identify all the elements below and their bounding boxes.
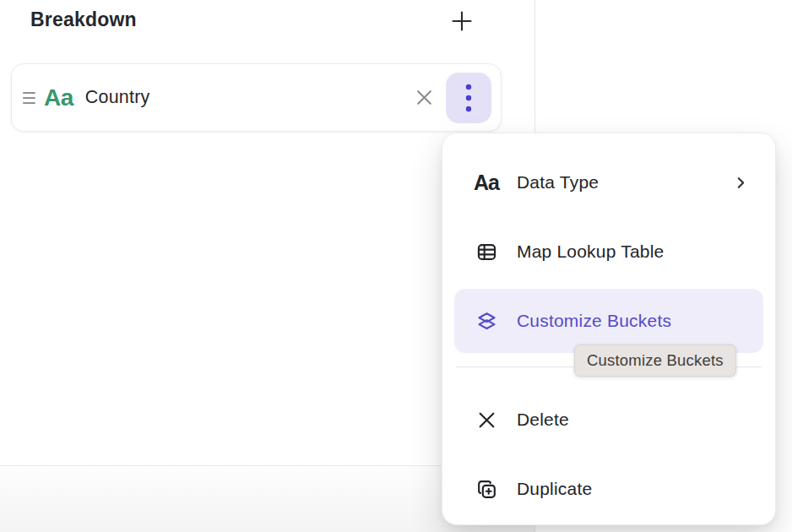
menu-item-customize-buckets[interactable]: Customize Buckets bbox=[454, 289, 763, 353]
menu-item-label: Customize Buckets bbox=[517, 311, 671, 331]
menu-item-delete[interactable]: Delete bbox=[454, 388, 763, 452]
field-options-button[interactable] bbox=[446, 73, 491, 123]
breakdown-field-card[interactable]: Aa Country bbox=[11, 63, 502, 132]
add-breakdown-button[interactable] bbox=[445, 4, 479, 38]
plus-icon bbox=[450, 9, 474, 33]
menu-item-map-lookup-table[interactable]: Map Lookup Table bbox=[454, 220, 763, 284]
page-title: Breakdown bbox=[30, 8, 137, 31]
stack-icon bbox=[474, 310, 499, 333]
menu-item-label: Delete bbox=[517, 410, 569, 430]
remove-field-button[interactable] bbox=[410, 84, 438, 112]
customize-buckets-tooltip: Customize Buckets bbox=[574, 345, 736, 377]
text-type-icon: Aa bbox=[474, 172, 499, 193]
menu-item-label: Map Lookup Table bbox=[517, 242, 664, 262]
kebab-menu-icon bbox=[465, 84, 472, 112]
menu-item-label: Data Type bbox=[517, 172, 599, 193]
field-label: Country bbox=[85, 87, 150, 108]
menu-item-label: Duplicate bbox=[517, 479, 592, 499]
menu-item-duplicate[interactable]: Duplicate bbox=[454, 457, 763, 521]
table-icon bbox=[474, 241, 499, 263]
delete-x-icon bbox=[474, 410, 499, 431]
menu-item-data-type[interactable]: Aa Data Type bbox=[454, 150, 763, 214]
chevron-right-icon bbox=[734, 176, 748, 190]
text-type-icon: Aa bbox=[44, 86, 73, 110]
drag-handle-icon[interactable] bbox=[20, 92, 37, 104]
close-icon bbox=[414, 87, 435, 108]
duplicate-icon bbox=[474, 477, 499, 502]
field-options-menu: Aa Data Type Map Lookup Table Customize … bbox=[442, 133, 776, 525]
